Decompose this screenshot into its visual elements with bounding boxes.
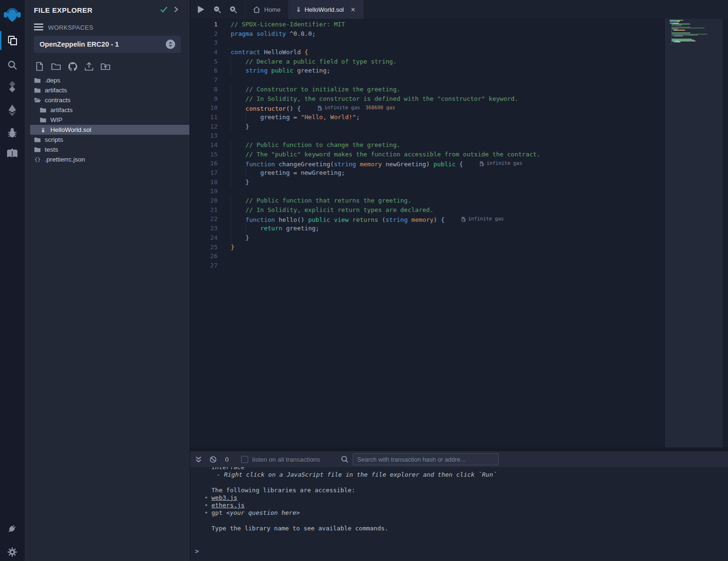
code-line[interactable]: 6 string public greeting;: [190, 66, 665, 75]
terminal-text: The following libraries are accessible:: [211, 487, 355, 494]
tree-item-label: artifacts: [50, 106, 73, 114]
line-number: 23: [190, 224, 218, 233]
code-line[interactable]: 2pragma solidity ^0.8.0;: [190, 29, 665, 39]
indent-guide: [245, 224, 246, 233]
zoom-in-icon[interactable]: [229, 5, 237, 14]
tab-label: HelloWorld.sol: [305, 6, 344, 13]
tree-item--deps[interactable]: .deps: [24, 75, 190, 85]
code-line[interactable]: 5 // Declare a public field of type stri…: [190, 57, 665, 66]
minimap[interactable]: [665, 19, 722, 447]
clear-console-icon[interactable]: [210, 456, 217, 463]
tree-item-wip[interactable]: WIP: [24, 115, 190, 125]
search-icon[interactable]: [0, 55, 24, 75]
solidity-compiler-icon[interactable]: [0, 76, 24, 97]
terminal-link[interactable]: web3.js: [211, 494, 237, 501]
code-line[interactable]: 8 // Constructor to initialize the greet…: [190, 85, 665, 94]
code-line[interactable]: 23 return greeting;: [190, 224, 665, 233]
publish-to-gist-icon[interactable]: [83, 61, 95, 72]
check-icon[interactable]: [160, 6, 168, 15]
deploy-and-run-icon[interactable]: [0, 100, 24, 121]
settings-gear-icon[interactable]: [0, 542, 24, 561]
terminal-toolbar: 0 listen on all transactions: [190, 451, 728, 467]
tree-item-artifacts[interactable]: artifacts: [24, 85, 190, 95]
workspace-select[interactable]: OpenZeppelin ERC20 - 1: [34, 36, 181, 53]
code-line[interactable]: 20 // Public function that returns the g…: [190, 196, 665, 205]
run-script-icon[interactable]: [197, 5, 205, 14]
tree-item-helloworld-sol[interactable]: HelloWorld.sol: [30, 125, 189, 135]
workspaces-label: WORKSPACES: [48, 24, 93, 31]
hamburger-menu-icon[interactable]: [34, 24, 43, 33]
indent-guide: [231, 205, 231, 215]
code-line[interactable]: 26: [190, 252, 665, 261]
tree-item-tests[interactable]: tests: [24, 145, 190, 154]
terminal-prompt[interactable]: >: [195, 547, 199, 555]
new-folder-icon[interactable]: [50, 61, 62, 72]
indent-guide: [231, 233, 231, 243]
code-line[interactable]: 19: [190, 187, 665, 196]
tab-home[interactable]: Home: [245, 0, 288, 19]
code-area[interactable]: 1// SPDX-License-Identifier: MIT2pragma …: [190, 19, 665, 447]
editor-scrollbar-gutter[interactable]: [722, 19, 728, 447]
bullet-icon: •: [204, 502, 208, 509]
terminal-search-input[interactable]: [353, 453, 499, 465]
line-number: 17: [190, 168, 218, 178]
code-line[interactable]: 14 // Public function to change the gree…: [190, 140, 665, 150]
zoom-out-icon[interactable]: [213, 5, 221, 14]
code-line[interactable]: 17 greeting = newGreeting;: [190, 168, 665, 178]
file-explorer-icon[interactable]: [0, 30, 24, 51]
code-line[interactable]: 24 }: [190, 233, 665, 243]
remix-logo-icon[interactable]: [0, 4, 24, 26]
terminal-link[interactable]: ethers.js: [211, 502, 244, 509]
line-number: 20: [190, 196, 218, 205]
file-tree: .depsartifactscontractsartifactsWIPHello…: [24, 75, 190, 164]
tree-item-scripts[interactable]: scripts: [24, 135, 190, 145]
tree-item-contracts[interactable]: contracts: [24, 95, 190, 105]
workspace-spinner-icon[interactable]: [166, 40, 175, 49]
code-line[interactable]: 11 greeting = "Hello, World!";: [190, 113, 665, 122]
clone-git-repository-icon[interactable]: [67, 61, 78, 72]
upload-folder-icon[interactable]: [100, 61, 111, 72]
close-tab-icon[interactable]: ✕: [350, 6, 356, 13]
code-line[interactable]: 21 // In Solidity, explicit return types…: [190, 205, 665, 215]
code-text: greeting = newGreeting;: [231, 168, 345, 178]
code-line[interactable]: 1// SPDX-License-Identifier: MIT: [190, 20, 665, 29]
code-line[interactable]: 18 }: [190, 178, 665, 187]
gas-estimate-annotation: infinite gas 368600 gas: [318, 103, 395, 113]
debugger-icon[interactable]: [0, 122, 24, 143]
code-line[interactable]: 10 constructor() {infinite gas 368600 ga…: [190, 103, 665, 113]
terminal-resize-handle[interactable]: [190, 447, 728, 451]
new-file-icon[interactable]: [34, 61, 45, 72]
chevron-right-icon[interactable]: [173, 6, 179, 15]
code-line[interactable]: 13: [190, 131, 665, 140]
line-number: 14: [190, 140, 218, 150]
code-line[interactable]: 15 // The "public" keyword makes the fun…: [190, 150, 665, 159]
collapse-terminal-icon[interactable]: [195, 456, 202, 463]
indent-guide: [245, 113, 246, 122]
line-number: 24: [190, 233, 218, 243]
code-line[interactable]: 7: [190, 75, 665, 85]
code-line[interactable]: 27: [190, 261, 665, 270]
code-line[interactable]: 12 }: [190, 122, 665, 131]
code-line[interactable]: 16 function changeGreeting(string memory…: [190, 159, 665, 168]
code-text: // Declare a public field of type string…: [231, 57, 396, 66]
code-text: string public greeting;: [231, 66, 330, 75]
terminal-output[interactable]: interface- Right click on a JavaScript f…: [190, 467, 728, 561]
code-line[interactable]: 22 function hello() public view returns …: [190, 214, 665, 224]
learneth-icon[interactable]: [0, 143, 24, 164]
tab-helloworld-sol[interactable]: HelloWorld.sol ✕: [288, 0, 364, 19]
listen-transactions-checkbox[interactable]: [241, 456, 248, 463]
code-text: // SPDX-License-Identifier: MIT: [231, 20, 345, 29]
terminal-text: <your question here>: [226, 509, 300, 516]
indent-guide: [245, 168, 246, 178]
tree-item-artifacts[interactable]: artifacts: [24, 105, 190, 115]
indent-guide: [231, 57, 231, 66]
folder-icon: [34, 147, 41, 152]
plugin-manager-icon[interactable]: [0, 518, 24, 539]
code-line[interactable]: 25}: [190, 243, 665, 252]
code-line[interactable]: 4contract HelloWorld {: [190, 48, 665, 57]
code-line[interactable]: 3: [190, 38, 665, 48]
terminal: 0 listen on all transactions interface- …: [190, 447, 728, 561]
tree-item--prettierrc-json[interactable]: {}.prettierrc.json: [24, 154, 190, 164]
code-line[interactable]: 9 // In Solidity, the constructor is def…: [190, 94, 665, 104]
terminal-line: [190, 517, 728, 524]
